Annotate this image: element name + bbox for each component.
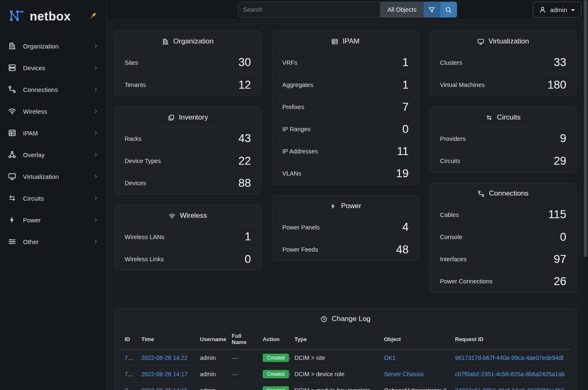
sidebar-item-other[interactable]: Other: [0, 231, 106, 252]
object-type-select[interactable]: All Objects: [380, 2, 423, 18]
sidebar-item-label: Organization: [23, 43, 59, 50]
card-header: Change Log: [115, 308, 576, 329]
pin-sidebar-icon[interactable]: [90, 12, 97, 20]
changelog-object-link[interactable]: Server Chassis: [384, 371, 424, 377]
sidebar-item-ipam[interactable]: IPAM: [0, 122, 106, 144]
search-button[interactable]: [440, 2, 457, 18]
stat-value: 4: [402, 221, 409, 234]
chevron-right-icon: [93, 173, 99, 179]
col-header-object: Object: [380, 329, 451, 349]
search-input[interactable]: [238, 2, 380, 18]
filter-button[interactable]: [424, 2, 440, 18]
topbar: All Objects admin: [107, 0, 588, 20]
brand-name: netbox: [30, 10, 71, 23]
stat-row-power-feeds[interactable]: Power Feeds 48: [272, 238, 419, 260]
sidebar-nav: Organization Devices Connections: [0, 33, 106, 252]
stat-row-clusters[interactable]: Clusters 33: [430, 51, 576, 74]
col-header-username: Username: [196, 329, 228, 349]
changelog-id-link[interactable]: 753: [125, 387, 134, 390]
chevron-right-icon: [93, 65, 99, 71]
changelog-type: DCIM > device role: [294, 371, 344, 377]
sidebar-item-devices[interactable]: Devices: [0, 57, 106, 79]
stat-label: IP Addresses: [282, 148, 318, 155]
sidebar-item-power[interactable]: Power: [0, 209, 106, 231]
card-title: IPAM: [343, 37, 359, 46]
changelog-object-text: OnboardAdministrator-2: [384, 387, 446, 390]
funnel-icon: [428, 6, 435, 13]
dashboard-col-2: IPAM VRFs 1 Aggregates 1 Prefixes 7: [272, 31, 419, 293]
stat-label: Sites: [125, 59, 138, 66]
network-graph-icon: [8, 150, 17, 159]
stat-label: VLANs: [282, 170, 301, 177]
card-header: Circuits: [430, 107, 576, 127]
stat-row-power-connections[interactable]: Power Connections 26: [430, 270, 576, 292]
stat-row-tenants[interactable]: Tenants 12: [115, 74, 261, 96]
card-title: Circuits: [497, 113, 521, 122]
monitor-icon: [477, 38, 484, 45]
stat-row-device-types[interactable]: Device Types 22: [115, 150, 261, 172]
stat-value: 22: [238, 155, 251, 168]
scrollbar-thumb[interactable]: [584, 0, 587, 257]
lightning-icon: [330, 203, 337, 210]
chevron-right-icon: [93, 87, 99, 92]
stat-row-wireless-lans[interactable]: Wireless LANs 1: [115, 226, 261, 248]
chevron-right-icon: [93, 108, 99, 114]
stat-row-devices[interactable]: Devices 88: [115, 172, 261, 194]
changelog-object-link[interactable]: OK1: [384, 354, 396, 361]
card-header: Wireless: [115, 205, 261, 226]
sidebar-item-circuits[interactable]: Circuits: [0, 187, 106, 209]
changelog-id-link[interactable]: 755: [125, 354, 134, 361]
status-badge-created: Created: [263, 386, 289, 390]
stat-label: Device Types: [125, 158, 161, 164]
stat-label: IP Ranges: [282, 126, 310, 133]
stat-row-providers[interactable]: Providers 9: [430, 127, 576, 150]
changelog-request-id-link[interactable]: c07f0ab2-2351-4c58-825a-8b6a2425a1ab: [455, 371, 565, 377]
stat-label: Racks: [125, 135, 141, 142]
sidebar-item-label: Circuits: [23, 195, 44, 202]
sidebar-item-wireless[interactable]: Wireless: [0, 100, 106, 122]
power-card: Power Power Panels 4 Power Feeds 48: [272, 195, 419, 261]
sidebar-item-connections[interactable]: Connections: [0, 79, 106, 100]
changelog-time-link[interactable]: 2022-08-26 14:17: [141, 371, 188, 377]
stat-row-aggregates[interactable]: Aggregates 1: [272, 74, 419, 96]
card-title: Inventory: [179, 113, 208, 122]
sidebar-item-label: Power: [23, 217, 41, 224]
sliders-icon: [8, 237, 17, 246]
changelog-request-id-link[interactable]: 9817317d-b67f-440a-99ca-4ae07ede94df: [455, 354, 563, 361]
stat-row-power-panels[interactable]: Power Panels 4: [272, 216, 419, 238]
changelog-id-link[interactable]: 754: [125, 371, 134, 377]
stat-label: Cables: [440, 212, 459, 218]
stat-row-wireless-links[interactable]: Wireless Links 0: [115, 248, 261, 270]
stat-row-cables[interactable]: Cables 115: [430, 204, 576, 226]
changelog-time-link[interactable]: 2022-08-26 14:15: [141, 387, 188, 390]
stat-value: 9: [560, 132, 566, 145]
stat-label: Clusters: [440, 59, 462, 66]
stat-row-virtual-machines[interactable]: Virtual Machines 180: [430, 74, 576, 96]
stat-row-vrfs[interactable]: VRFs 1: [272, 51, 419, 74]
sidebar-item-overlay[interactable]: Overlay: [0, 144, 106, 166]
sidebar-item-organization[interactable]: Organization: [0, 35, 106, 57]
sidebar-item-virtualization[interactable]: Virtualization: [0, 166, 106, 187]
stat-row-prefixes[interactable]: Prefixes 7: [272, 96, 419, 118]
page-scrollbar[interactable]: [583, 0, 588, 390]
stat-label: Wireless LANs: [125, 234, 164, 240]
stat-row-ip-addresses[interactable]: IP Addresses 11: [272, 140, 419, 162]
stat-row-vlans[interactable]: VLANs 19: [272, 162, 419, 184]
changelog-username: admin: [200, 354, 216, 361]
stat-row-console[interactable]: Console 0: [430, 226, 576, 248]
change-log-table: ID Time Username Full Name Action Type O…: [120, 329, 570, 390]
user-menu-button[interactable]: admin: [533, 2, 581, 18]
stat-row-interfaces[interactable]: Interfaces 97: [430, 248, 576, 270]
changelog-time-link[interactable]: 2022-08-26 14:22: [141, 354, 188, 361]
stat-row-ip-ranges[interactable]: IP Ranges 0: [272, 118, 419, 140]
stat-row-circuits[interactable]: Circuits 29: [430, 150, 576, 172]
transfer-arrows-icon: [486, 114, 493, 121]
stat-label: VRFs: [282, 59, 297, 66]
stat-row-sites[interactable]: Sites 30: [115, 51, 261, 74]
card-title: Connections: [489, 189, 529, 198]
changelog-request-id-link[interactable]: 24807c61-9952-49c6-b8a5-69760bfcc4b3: [455, 387, 564, 390]
stat-label: Providers: [440, 135, 465, 142]
stat-label: Console: [440, 234, 462, 240]
inventory-boxes-icon: [168, 114, 175, 121]
stat-row-racks[interactable]: Racks 43: [115, 127, 261, 150]
